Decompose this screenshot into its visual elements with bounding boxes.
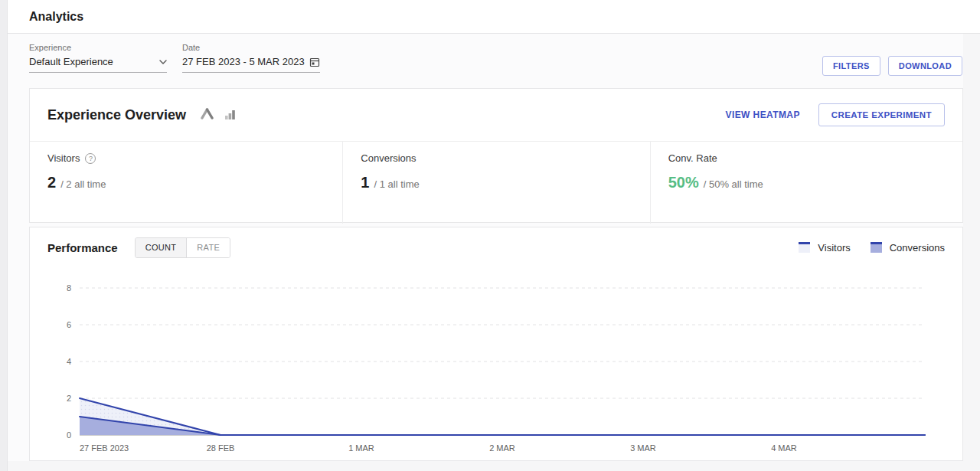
svg-text:2: 2 (67, 394, 71, 403)
svg-text:27 FEB 2023: 27 FEB 2023 (80, 443, 129, 453)
legend-visitors-label: Visitors (818, 242, 850, 253)
page-title: Analytics (29, 10, 83, 24)
svg-text:2 MAR: 2 MAR (489, 443, 515, 453)
performance-card: Performance COUNT RATE Visitors Conversi… (29, 227, 963, 461)
toggle-rate[interactable]: RATE (187, 238, 230, 257)
chart-legend: Visitors Conversions (799, 242, 945, 253)
svg-text:28 FEB: 28 FEB (207, 443, 235, 453)
svg-text:1 MAR: 1 MAR (348, 443, 374, 453)
date-value: 27 FEB 2023 - 5 MAR 2023 (182, 56, 305, 67)
visitors-stat-label: Visitors (47, 152, 80, 164)
visitors-stat: Visitors ? 2 / 2 all time (30, 142, 342, 224)
download-button[interactable]: DOWNLOAD (888, 56, 962, 76)
experience-overview-card: Experience Overview VIEW H (29, 88, 963, 223)
performance-area-chart[interactable]: 0246827 FEB 202328 FEB1 MAR2 MAR3 MAR4 M… (30, 266, 964, 462)
visitors-value: 2 (47, 174, 56, 191)
conversions-stat: Conversions 1 / 1 all time (342, 142, 649, 224)
svg-text:8: 8 (67, 283, 71, 293)
legend-visitors[interactable]: Visitors (799, 242, 850, 253)
conv-rate-stat-label: Conv. Rate (668, 152, 717, 164)
chevron-down-icon (159, 60, 167, 64)
overview-stats-row: Visitors ? 2 / 2 all time Conversions 1 … (30, 142, 962, 224)
conversions-alltime: / 1 all time (374, 178, 419, 190)
experience-value: Default Experience (29, 56, 113, 67)
date-range-picker[interactable]: Date 27 FEB 2023 - 5 MAR 2023 (182, 43, 320, 73)
experience-label: Experience (29, 43, 167, 52)
conversions-swatch-icon (871, 242, 882, 253)
experiences-icon (200, 108, 214, 123)
date-label: Date (182, 43, 320, 52)
svg-text:4: 4 (67, 357, 71, 366)
legend-conversions[interactable]: Conversions (871, 242, 945, 253)
svg-text:0: 0 (67, 430, 71, 440)
svg-text:6: 6 (67, 320, 71, 329)
create-experiment-button[interactable]: CREATE EXPERIMENT (818, 103, 945, 126)
legend-conversions-label: Conversions (890, 242, 945, 253)
conv-rate-value: 50% (668, 174, 699, 191)
page-header: Analytics (8, 0, 980, 34)
toggle-count[interactable]: COUNT (136, 238, 188, 257)
calendar-icon (309, 57, 320, 67)
experience-select[interactable]: Experience Default Experience (29, 43, 167, 73)
overview-title: Experience Overview (47, 107, 186, 123)
count-rate-toggle: COUNT RATE (135, 237, 230, 258)
collapsed-sidebar-edge (0, 0, 8, 471)
view-heatmap-link[interactable]: VIEW HEATMAP (726, 110, 800, 120)
analytics-page: Analytics Experience Default Experience … (8, 0, 980, 471)
conv-rate-alltime: / 50% all time (704, 178, 763, 190)
help-icon[interactable]: ? (85, 153, 96, 164)
filters-button[interactable]: FILTERS (822, 56, 880, 76)
analytics-bars-icon (224, 109, 236, 123)
conversions-stat-label: Conversions (361, 152, 416, 164)
performance-title: Performance (47, 241, 118, 254)
conversions-value: 1 (361, 174, 369, 191)
visitors-alltime: / 2 all time (60, 178, 106, 190)
visitors-swatch-icon (799, 242, 810, 253)
svg-text:3 MAR: 3 MAR (630, 443, 656, 453)
svg-text:4 MAR: 4 MAR (771, 443, 797, 453)
conv-rate-stat: Conv. Rate 50% / 50% all time (650, 142, 962, 224)
